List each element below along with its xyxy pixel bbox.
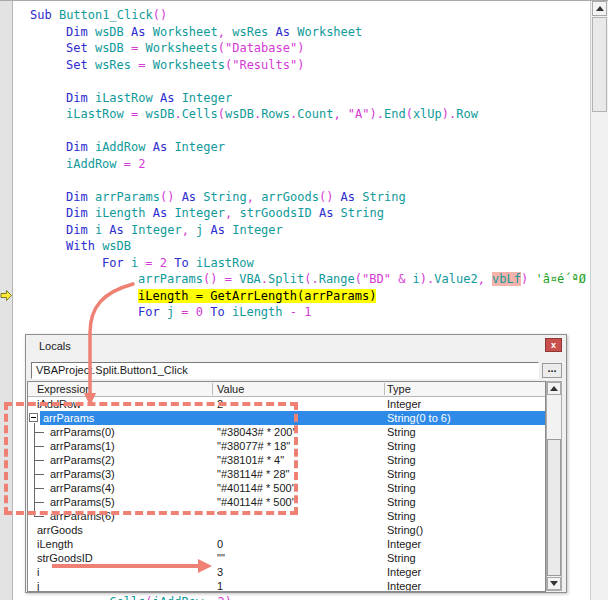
locals-row[interactable]: arrParams(5)"#40114# * 500"String <box>28 495 545 509</box>
locals-context-dropdown[interactable]: VBAProject.Split.Button1_Click <box>31 362 539 379</box>
code-line[interactable]: Set wsDB = Worksheets("Database") <box>13 40 591 57</box>
locals-row[interactable]: iLength0Integer <box>28 537 545 551</box>
tree-expander-minus-icon[interactable] <box>29 413 38 422</box>
expression-cell: iAddRow <box>37 397 81 411</box>
code-token: iLastRow <box>66 107 131 121</box>
code-token: () <box>160 190 182 204</box>
column-header-value[interactable]: Value <box>217 383 244 395</box>
value-cell: 0 <box>217 537 223 551</box>
code-line[interactable]: iLength = GetArrLength(arrParams) <box>13 288 591 305</box>
code-line[interactable]: Dim i As Integer, j As Integer <box>13 222 591 239</box>
locals-row[interactable]: arrParams(6)""String <box>28 509 545 523</box>
column-separator[interactable] <box>384 383 385 395</box>
tree-branch-line <box>34 446 44 447</box>
locals-row[interactable]: iAddRow2Integer <box>28 397 545 411</box>
code-token: As <box>341 190 363 204</box>
code-token: Button1_Click <box>59 8 153 22</box>
expression-cell: arrParams(4) <box>50 481 115 495</box>
locals-grid-header[interactable]: Expression Value Type <box>28 382 545 397</box>
code-line[interactable]: Dim wsDB As Worksheet, wsRes As Workshee… <box>13 24 591 41</box>
value-cell: "#38077# * 18" <box>217 439 290 453</box>
editor-scrollbar-thumb[interactable] <box>592 17 607 112</box>
expression-cell: arrParams(6) <box>50 509 115 523</box>
expression-cell: arrGoods <box>37 523 83 537</box>
code-line[interactable]: Dim iAddRow As Integer <box>13 139 591 156</box>
code-token: arrParams <box>95 190 160 204</box>
code-token: As <box>182 190 204 204</box>
code-token: () = <box>203 272 239 286</box>
locals-titlebar[interactable]: Locals x <box>26 335 566 359</box>
locals-row[interactable]: arrParams(0)"#38043# * 200"String <box>28 425 545 439</box>
code-token: . <box>174 107 181 121</box>
code-token: As <box>131 25 153 39</box>
locals-row[interactable]: arrParamsString(0 to 6) <box>28 411 545 425</box>
code-token: Worksheets <box>153 58 225 72</box>
value-cell: "#38114# * 28" <box>217 467 289 481</box>
locals-row[interactable]: j1Integer <box>28 579 545 592</box>
code-line[interactable]: Dim arrParams() As String, arrGoods() As… <box>13 189 591 206</box>
column-separator[interactable] <box>212 383 213 395</box>
more-button[interactable]: ... <box>542 363 562 378</box>
code-token: String <box>341 206 384 220</box>
code-line[interactable]: Set wsRes = Worksheets("Results") <box>13 57 591 74</box>
expression-cell: strGoodsID <box>37 551 93 565</box>
type-cell: String <box>387 439 416 453</box>
code-line[interactable]: iAddRow = 2 <box>13 156 591 173</box>
locals-row[interactable]: i3Integer <box>28 565 545 579</box>
code-token: Worksheets <box>145 41 217 55</box>
code-line[interactable]: arrParams() = VBA.Split(.Range("BD" & i)… <box>13 271 591 288</box>
tree-vertical-line <box>34 423 35 516</box>
code-token: As <box>211 223 233 237</box>
locals-row[interactable]: arrParams(3)"#38114# * 28"String <box>28 467 545 481</box>
type-cell: String <box>387 551 416 565</box>
scroll-up-button[interactable] <box>547 382 561 395</box>
code-line[interactable]: For j = 0 To iLength - 1 <box>13 304 591 321</box>
code-line[interactable]: Sub Button1_Click() <box>13 7 591 24</box>
type-cell: String <box>387 495 416 509</box>
locals-scrollbar[interactable] <box>546 381 562 591</box>
locals-scrollbar-thumb[interactable] <box>547 439 561 576</box>
code-token: wsDB <box>225 107 254 121</box>
code-token: Dim <box>66 140 95 154</box>
code-token: Worksheet <box>297 25 362 39</box>
editor-vertical-scrollbar[interactable] <box>590 1 608 600</box>
code-token: Dim <box>66 25 95 39</box>
code-token: , 2) <box>203 595 232 600</box>
code-line[interactable]: For i = 2 To iLastRow <box>13 255 591 272</box>
code-token: Rows <box>261 107 290 121</box>
column-header-expression[interactable]: Expression <box>37 383 91 395</box>
close-button[interactable]: x <box>545 338 562 352</box>
locals-row[interactable]: arrParams(2)"#38101# * 4"String <box>28 453 545 467</box>
locals-row[interactable]: arrParams(4)"#40114# * 500"String <box>28 481 545 495</box>
tree-branch-line <box>34 474 44 475</box>
locals-row[interactable]: strGoodsID""String <box>28 551 545 565</box>
code-token: , <box>247 190 261 204</box>
code-line[interactable]: .Cells(iAddRow, 2) <box>13 594 591 600</box>
code-token: iAddRow <box>95 140 153 154</box>
code-line[interactable]: With wsDB <box>13 238 591 255</box>
code-line[interactable]: iLastRow = wsDB.Cells(wsDB.Rows.Count, "… <box>13 106 591 123</box>
code-token: ("BD" & <box>355 272 413 286</box>
code-token: arrParams <box>138 272 203 286</box>
code-token: () <box>319 190 341 204</box>
triangle-down-icon <box>550 581 558 586</box>
code-token: As <box>109 223 131 237</box>
tree-branch-line <box>34 432 44 433</box>
code-line[interactable]: Dim iLength As Integer, strGoodsID As St… <box>13 205 591 222</box>
code-line[interactable] <box>13 172 591 189</box>
code-line[interactable]: Dim iLastRow As Integer <box>13 90 591 107</box>
code-line[interactable] <box>13 123 591 140</box>
scroll-up-button[interactable] <box>592 1 607 16</box>
value-cell: "#38101# * 4" <box>217 453 284 467</box>
code-token: iLastRow <box>196 256 254 270</box>
code-token: - 1 <box>283 305 312 319</box>
type-cell: String <box>387 509 416 523</box>
scroll-down-button[interactable] <box>547 577 561 590</box>
code-token: = 0 <box>181 305 210 319</box>
code-token: As <box>319 206 341 220</box>
code-line[interactable] <box>13 73 591 90</box>
locals-row[interactable]: arrParams(1)"#38077# * 18"String <box>28 439 545 453</box>
vba-code-window: Sub Button1_Click()Dim wsDB As Worksheet… <box>0 0 608 600</box>
column-header-type[interactable]: Type <box>387 383 411 395</box>
locals-row[interactable]: arrGoodsString() <box>28 523 545 537</box>
